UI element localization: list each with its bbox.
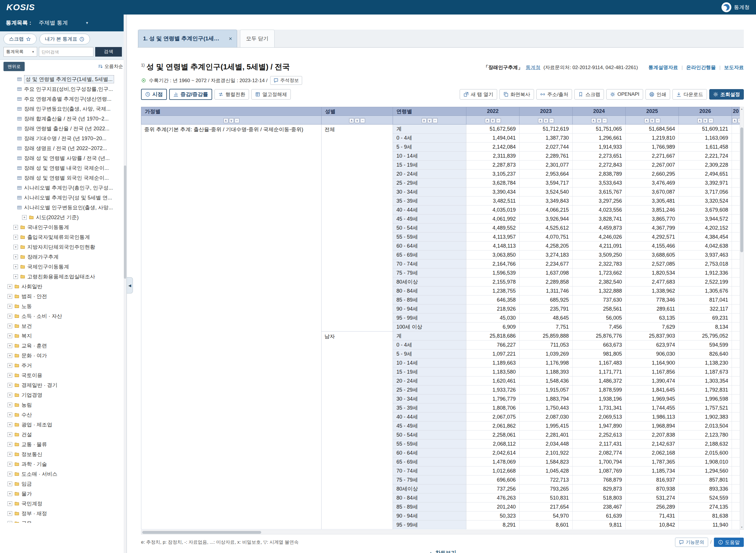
sort-clear-button[interactable]: − [708, 118, 713, 123]
vertical-scrollbar-thumb[interactable] [740, 128, 743, 252]
sidebar-scrollbar-thumb[interactable] [124, 165, 126, 279]
tree-item-label[interactable]: 임금 [21, 480, 32, 487]
table-horizontal-scrollbar[interactable] [141, 530, 740, 534]
tree-expander-plus[interactable]: + [8, 304, 12, 309]
horizontal-scrollbar-thumb[interactable] [142, 531, 261, 534]
tree-item-label[interactable]: 장래가구추계 [27, 253, 59, 260]
tree-item-label[interactable]: 보건 [21, 322, 32, 329]
tree-expander-plus[interactable]: + [8, 363, 12, 368]
tree-item-label[interactable]: 장래 성 및 연령별 외국인 국제순이... [24, 174, 109, 181]
tree-expander-plus[interactable]: + [13, 245, 18, 249]
tree-item-label[interactable]: 경제일반 · 경기 [21, 382, 58, 389]
tree-item[interactable]: +임금 [0, 479, 127, 489]
tree-item[interactable]: 장래 생명표 / 전국 (년 2022~2072... [0, 143, 127, 153]
tree-item-label[interactable]: 주요 인구지표(성비,인구성장률,인구... [24, 86, 113, 93]
tree-expander-plus[interactable]: + [8, 511, 12, 516]
scroll-up-arrow[interactable]: ▲ [740, 107, 744, 111]
tree-item[interactable]: 장래 합계출산율 / 전국 (년 1970~2... [0, 114, 127, 124]
tree-item[interactable]: +문화 · 여가 [0, 351, 127, 361]
tree-item[interactable]: +국제인구이동통계 [0, 262, 127, 272]
search-input[interactable] [39, 47, 93, 57]
tree-item-label[interactable]: 지방자치단체외국인주민현황 [27, 244, 95, 250]
sort-up-button[interactable]: ∧ [224, 118, 228, 123]
tree-expander-plus[interactable]: + [8, 422, 12, 427]
tree-item[interactable]: 주요 인구지표(성비,인구성장률,인구... [0, 84, 127, 94]
tree-item-label[interactable]: 국내인구이동통계 [27, 224, 69, 231]
tree-item-label[interactable]: 소득 · 소비 · 자산 [21, 313, 62, 320]
tree-item-label[interactable]: 문화 · 여가 [21, 352, 47, 359]
sort-down-button[interactable]: ∨ [703, 118, 708, 123]
toolbar-address-source-button[interactable]: 주소/출처 [536, 89, 572, 99]
sort-clear-button[interactable]: − [602, 118, 607, 123]
agency-link[interactable]: 통계청 [525, 64, 540, 71]
tree-item-label[interactable]: 광업 · 제조업 [21, 421, 52, 428]
tree-item[interactable]: +주거 [0, 361, 127, 371]
annotation-button[interactable]: 주석정보 [270, 76, 302, 85]
tree-expander-plus[interactable]: + [13, 225, 18, 230]
toolbar-print-button[interactable]: 인쇄 [646, 89, 670, 99]
tree-item-label[interactable]: 성 및 연령별 추계인구(1세별, 5세별... [24, 75, 114, 83]
tree-item-label[interactable]: 시나리오별 인구변동요인(출생, 사망... [24, 204, 113, 211]
tree-expander-plus[interactable]: + [8, 343, 12, 348]
tree-item[interactable]: 장래 성 및 연령별 외국인 국제순이... [0, 173, 127, 183]
tree-item[interactable]: 장래 성 및 연령별 내국인 국제순이... [0, 163, 127, 173]
sort-down-button[interactable]: ∨ [229, 118, 234, 123]
tree-item-label[interactable]: 장래 성 및 연령별 사망률 / 전국 (년... [24, 155, 110, 162]
tree-expander-plus[interactable]: + [8, 403, 12, 407]
tree-item[interactable]: 시나리오별 추계인구(총인구, 인구성... [0, 183, 127, 193]
tree-item-label[interactable]: 장래 기대수명 / 전국 (년 1970~20... [24, 135, 106, 142]
tree-item-label[interactable]: 농림 [21, 401, 32, 408]
tree-expander-plus[interactable]: + [8, 353, 12, 358]
tree-item[interactable]: 장래 성 및 연령별 사망률 / 전국 (년... [0, 153, 127, 163]
tree-item[interactable]: +국내인구이동통계 [0, 222, 127, 232]
tree-item-label[interactable]: 사회일반 [21, 283, 43, 290]
reference-link[interactable]: 보도자료 [724, 64, 744, 71]
tree-expander-plus[interactable]: + [8, 333, 12, 338]
toolbar-screen-copy-button[interactable]: 화면복사 [499, 89, 534, 99]
sort-down-button[interactable]: ∨ [543, 118, 549, 123]
tree-item-label[interactable]: 장래 인구변동요인(출생, 사망, 국제... [24, 105, 110, 112]
tree-item[interactable]: 성 및 연령별 추계인구(1세별, 5세별... [0, 74, 127, 84]
scrap-button[interactable]: 스크랩 [3, 34, 36, 45]
scroll-top-button[interactable]: 맨위로 [3, 62, 25, 71]
search-button[interactable]: 검색 [95, 47, 122, 57]
tree-expander-plus[interactable]: + [8, 294, 12, 299]
toolbar-openapi-button[interactable]: OPENAPI [606, 89, 643, 99]
tree-item[interactable]: +국민계정 [0, 499, 127, 508]
tree-item-label[interactable]: 정부 · 재정 [21, 510, 47, 517]
tree-item-label[interactable]: 국토이용 [21, 372, 43, 379]
tree-item-label[interactable]: 정보통신 [21, 451, 43, 458]
tree-item[interactable]: +교통 · 물류 [0, 440, 127, 449]
tree-item-label[interactable]: 도소매 · 서비스 [21, 471, 58, 478]
sort-down-button[interactable]: ∨ [650, 118, 655, 123]
help-button[interactable]: 도움말 [714, 538, 744, 547]
sort-up-button[interactable]: ∧ [732, 118, 737, 123]
tree-item[interactable]: +농림 [0, 400, 127, 410]
tree-expander-plus[interactable]: + [8, 432, 12, 437]
tree-expander-plus[interactable]: + [13, 255, 18, 259]
sort-down-button[interactable]: ∨ [491, 118, 495, 123]
sort-clear-button[interactable]: − [433, 118, 438, 123]
tree-expander-plus[interactable]: + [8, 393, 12, 397]
reference-link[interactable]: 통계설명자료 [648, 64, 678, 71]
scroll-down-arrow[interactable]: ▼ [740, 526, 744, 530]
table-vertical-scrollbar[interactable]: ▲ ▼ [740, 107, 744, 530]
toolbar-scrap-button[interactable]: 스크랩 [574, 89, 604, 99]
tree-item-label[interactable]: 국민계정 [21, 500, 43, 507]
kosis-logo[interactable]: KOSIS [6, 2, 35, 12]
tree-expander-plus[interactable]: + [8, 452, 12, 457]
reference-link[interactable]: 온라인간행물 [686, 64, 716, 71]
tree-item[interactable]: 장래 인구변동요인(출생, 사망, 국제... [0, 104, 127, 114]
tree-item[interactable]: +광업 · 제조업 [0, 420, 127, 429]
tree-item[interactable]: +시도(2022년 기준) [0, 213, 127, 222]
sidebar-collapse-button[interactable]: ◀ [127, 277, 133, 294]
tree-item-label[interactable]: 장래 성 및 연령별 내국인 국제순이... [24, 165, 109, 172]
tree-expander-plus[interactable]: + [8, 314, 12, 318]
tree-item-label[interactable]: 교통 · 물류 [21, 441, 47, 448]
tree-item-label[interactable]: 주거 [21, 362, 32, 369]
toolbar-unfreeze-columns-button[interactable]: 열고정해제 [251, 89, 291, 99]
tree-item[interactable]: +출입국자및체류외국인통계 [0, 232, 127, 242]
tree-expander-plus[interactable]: + [8, 482, 12, 486]
sort-up-button[interactable]: ∧ [349, 118, 354, 123]
tree-item[interactable]: 장래 기대수명 / 전국 (년 1970~20... [0, 134, 127, 143]
